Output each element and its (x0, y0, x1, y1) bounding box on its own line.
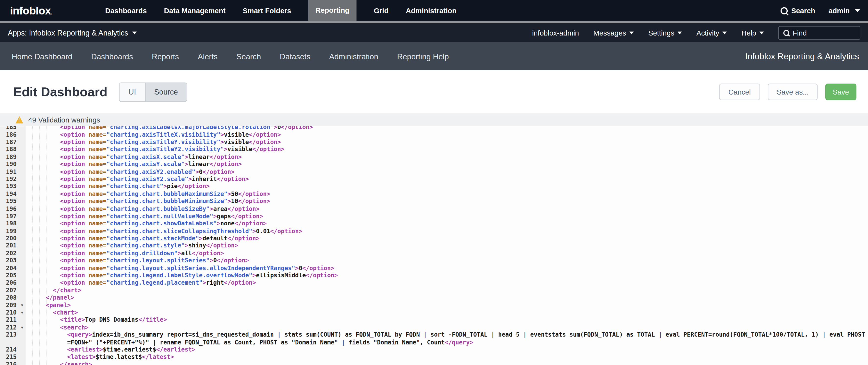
code-line[interactable]: 194 <option name="charting.chart.bubbleM… (0, 190, 868, 198)
infoblox-logo[interactable]: infoblox. (10, 4, 52, 17)
topnav-item-smart-folders[interactable]: Smart Folders (243, 6, 291, 15)
infoblox-reporting-app: infoblox. DashboardsData ManagementSmart… (0, 0, 868, 365)
chevron-down-icon (722, 31, 727, 34)
line-number: 189 (0, 153, 25, 161)
save-as-button[interactable]: Save as... (768, 84, 817, 100)
code-line[interactable]: 195 <option name="charting.chart.bubbleM… (0, 198, 868, 205)
code-line[interactable]: 191 <option name="charting.axisY2.enable… (0, 168, 868, 175)
reporting-nav-item-dashboards[interactable]: Dashboards (91, 52, 133, 61)
menu-settings[interactable]: Settings (648, 28, 682, 37)
validation-warnings-text: 49 Validation warnings (28, 116, 100, 124)
code-line[interactable]: 215 <latest>$time.latest$</latest> (0, 354, 868, 361)
topnav-item-reporting[interactable]: Reporting (308, 0, 357, 21)
reporting-nav-item-datasets[interactable]: Datasets (280, 52, 310, 61)
cancel-button[interactable]: Cancel (719, 84, 760, 100)
code-line[interactable]: 207 </chart> (0, 286, 868, 294)
line-number: 195 (0, 198, 25, 205)
reporting-nav-item-administration[interactable]: Administration (329, 52, 378, 61)
line-number: 205 (0, 272, 25, 279)
menu-help[interactable]: Help (741, 28, 764, 37)
topnav-item-grid[interactable]: Grid (374, 6, 389, 15)
code-line[interactable]: 204 <option name="charting.layout.splitS… (0, 265, 868, 272)
line-number: 214 (0, 346, 25, 353)
toggle-ui-button[interactable]: UI (120, 83, 145, 101)
global-search-button[interactable]: Search (781, 6, 815, 15)
code-line[interactable]: 198 <option name="charting.chart.showDat… (0, 220, 868, 227)
code-line[interactable]: 212▾ <search> (0, 324, 868, 331)
find-input[interactable]: Find (778, 26, 860, 40)
code-line-continuation[interactable]: =FQDN+" ("+PERCENT+"%)" | rename FQDN_TO… (0, 339, 868, 346)
chevron-down-icon (629, 31, 634, 34)
code-line[interactable]: 186 <option name="charting.axisTitleX.vi… (0, 131, 868, 139)
xml-source-editor[interactable]: 185 <option name="charting.axisLabelsX.m… (0, 126, 868, 365)
code-line[interactable]: 188 <option name="charting.axisTitleY2.v… (0, 146, 868, 153)
code-line-text: <option name="charting.chart.bubbleSizeB… (25, 205, 259, 212)
user-menu-infoblox-admin[interactable]: infoblox-admin (532, 28, 579, 37)
apps-dropdown[interactable]: Apps: Infoblox Reporting & Analytics (0, 28, 136, 37)
line-number: 188 (0, 146, 25, 153)
menu-label: Activity (696, 28, 719, 37)
code-line[interactable]: 216 </search> (0, 361, 868, 365)
menu-activity[interactable]: Activity (696, 28, 727, 37)
topnav-item-data-management[interactable]: Data Management (164, 6, 225, 15)
reporting-nav-item-reporting-help[interactable]: Reporting Help (397, 52, 449, 61)
code-line[interactable]: 193 <option name="charting.chart">pie</o… (0, 183, 868, 190)
code-line[interactable]: 203 <option name="charting.layout.splitS… (0, 257, 868, 264)
save-button[interactable]: Save (826, 84, 857, 100)
admin-user-label: admin (829, 6, 850, 15)
fold-toggle-icon[interactable]: ▾ (21, 324, 23, 331)
code-line[interactable]: 199 <option name="charting.chart.sliceCo… (0, 227, 868, 235)
code-line[interactable]: 190 <option name="charting.axisY.scale">… (0, 161, 868, 168)
code-line[interactable]: 192 <option name="charting.axisY2.scale"… (0, 175, 868, 183)
code-line[interactable]: 206 <option name="charting.legend.placem… (0, 279, 868, 286)
reporting-nav-item-home-dashboard[interactable]: Home Dashboard (11, 52, 72, 61)
code-line[interactable]: 214 <earliest>$time.earliest$</earliest> (0, 346, 868, 353)
menu-messages[interactable]: Messages (593, 28, 634, 37)
reporting-nav-item-alerts[interactable]: Alerts (198, 52, 217, 61)
reporting-nav-item-search[interactable]: Search (236, 52, 261, 61)
code-line-text: <option name="charting.drilldown">all</o… (25, 250, 224, 257)
topnav-item-dashboards[interactable]: Dashboards (105, 6, 147, 15)
fold-toggle-icon[interactable]: ▾ (21, 309, 23, 316)
topnav-item-administration[interactable]: Administration (406, 6, 457, 15)
user-label: infoblox-admin (532, 28, 579, 37)
line-number: 215 (0, 354, 25, 361)
line-number: 186 (0, 131, 25, 139)
code-line-text: </panel> (25, 294, 74, 302)
code-line[interactable]: 197 <option name="charting.chart.nullVal… (0, 213, 868, 220)
admin-user-menu[interactable]: admin (829, 6, 860, 15)
line-number: 211 (0, 316, 25, 324)
code-line[interactable]: 189 <option name="charting.axisX.scale">… (0, 153, 868, 161)
code-line[interactable]: 200 <option name="charting.chart.stackMo… (0, 235, 868, 242)
toggle-source-button[interactable]: Source (145, 83, 187, 101)
code-line[interactable]: 213 <query>index=ib_dns_summary report=s… (0, 331, 868, 339)
code-line[interactable]: 210▾ <chart> (0, 309, 868, 316)
code-line[interactable]: 201 <option name="charting.chart.style">… (0, 242, 868, 250)
topbar-right-cluster: Search admin (781, 0, 860, 21)
code-line[interactable]: 211 <title>Top DNS Domains</title> (0, 316, 868, 324)
code-line[interactable]: 202 <option name="charting.drilldown">al… (0, 250, 868, 257)
warning-icon (16, 116, 23, 123)
code-line-text: <option name="charting.layout.splitSerie… (25, 265, 334, 272)
code-line-text: <option name="charting.chart.bubbleMinim… (25, 198, 270, 205)
code-line[interactable]: 185 <option name="charting.axisLabelsX.m… (0, 126, 868, 131)
line-number: 192 (0, 175, 25, 183)
chevron-down-icon (678, 31, 682, 34)
fold-toggle-icon[interactable]: ▾ (21, 302, 23, 309)
reporting-nav-item-reports[interactable]: Reports (152, 52, 179, 61)
code-line-text: <option name="charting.chart.showDataLab… (25, 220, 267, 227)
code-line[interactable]: 205 <option name="charting.legend.labelS… (0, 272, 868, 279)
code-line[interactable]: 196 <option name="charting.chart.bubbleS… (0, 205, 868, 212)
toggle-ui-label: UI (129, 88, 136, 96)
line-number: 190 (0, 161, 25, 168)
code-line[interactable]: 187 <option name="charting.axisTitleY.vi… (0, 139, 868, 146)
chevron-down-icon (132, 31, 136, 34)
logo-trademark-dot: . (51, 9, 52, 15)
search-icon (783, 30, 789, 36)
code-line[interactable]: 208 </panel> (0, 294, 868, 302)
code-line[interactable]: 209▾ <panel> (0, 302, 868, 309)
chevron-down-icon (760, 31, 764, 34)
code-content: 185 <option name="charting.axisLabelsX.m… (0, 126, 868, 365)
code-line-text: <option name="charting.chart.stackMode">… (25, 235, 259, 242)
validation-warnings-bar[interactable]: 49 Validation warnings (0, 114, 868, 126)
